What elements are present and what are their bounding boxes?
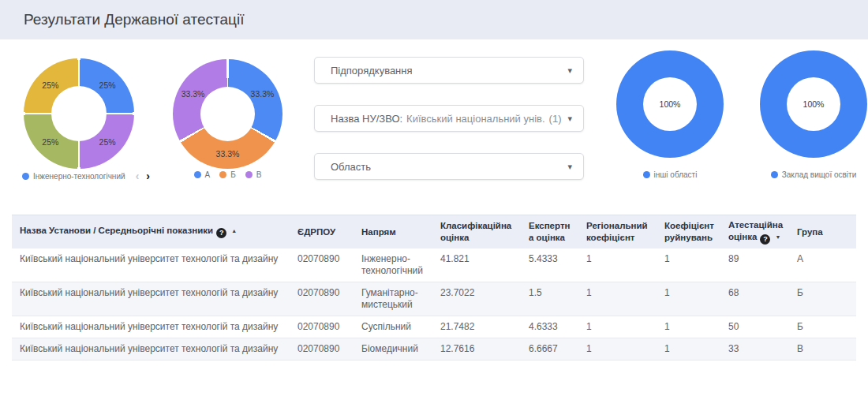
cell-institution: Київський національний університет техно… — [12, 282, 290, 304]
legend-item: В — [245, 170, 262, 179]
legend-row-directions: Інженерно-технологічний ‹ › — [22, 170, 150, 181]
chevron-down-icon: ▾ — [567, 66, 572, 75]
cell-classification-score: 21.7482 — [432, 316, 521, 338]
table-row[interactable]: Київський національний університет техно… — [12, 282, 856, 316]
column-header-attestation-score[interactable]: Атестаційна оцінка?▼ — [720, 215, 789, 248]
help-icon[interactable]: ? — [216, 228, 226, 238]
legend-label: В — [256, 170, 262, 179]
legend-label: інші області — [654, 170, 698, 179]
legend-label: Інженерно-технологічний — [33, 172, 125, 181]
cell-expert-score: 6.6667 — [521, 338, 578, 360]
cell-direction: Суспільний — [354, 316, 432, 338]
chevron-down-icon: ▾ — [567, 114, 572, 123]
legend-row-other-oblasts: інші області — [608, 170, 731, 179]
filter-subordination[interactable]: Підпорядкування ▾ — [314, 57, 584, 84]
cell-group: А — [789, 248, 856, 270]
column-header-edrpou[interactable]: ЄДРПОУ — [290, 222, 354, 242]
slice-label: 100% — [803, 99, 825, 109]
legend-pagination: ‹ › — [136, 170, 150, 181]
column-header-destruction-coefficient[interactable]: Коефіцієнт руйнувань — [657, 216, 720, 247]
legend-directions: Інженерно-технологічний — [22, 172, 125, 181]
legend-prev-icon[interactable]: ‹ — [136, 170, 140, 181]
donut-chart-zvo: 100% — [760, 50, 867, 158]
cell-edrpou: 02070890 — [290, 316, 354, 338]
cell-group: Б — [789, 282, 856, 304]
column-header-regional-coefficient[interactable]: Регіональний коефіцієнт — [578, 216, 657, 247]
filter-selected-value: Київський національний унів... — [406, 113, 544, 125]
cell-group: Б — [789, 316, 856, 338]
donut-chart-other-oblasts: 100% — [616, 50, 724, 158]
column-header-direction[interactable]: Напрям — [354, 222, 432, 242]
filter-label: Назва НУ/ЗВО: — [331, 113, 402, 125]
slice-label: 33.3% — [251, 89, 275, 99]
cell-attestation-score: 89 — [720, 248, 789, 270]
filter-selection-count: (1) — [549, 113, 562, 125]
legend-dot — [219, 171, 226, 178]
cell-attestation-score: 50 — [720, 316, 789, 338]
filter-label: Область — [331, 161, 371, 173]
column-header-institution[interactable]: Назва Установи / Середньорічні показники… — [12, 221, 290, 242]
legend-label: А — [205, 170, 211, 179]
slice-label: 33.3% — [181, 89, 205, 99]
sort-desc-icon: ▼ — [775, 234, 780, 240]
cell-direction: Біомедичний — [354, 338, 432, 360]
column-header-group[interactable]: Група — [789, 222, 856, 242]
legend-item: Заклад вищої освіти — [771, 170, 857, 179]
filter-institution-name[interactable]: Назва НУ/ЗВО: Київський національний уні… — [314, 105, 584, 132]
legend-zvo: Заклад вищої освіти — [771, 170, 857, 179]
column-label: Регіональний коефіцієнт — [586, 221, 648, 242]
cell-direction: Інженерно-технологічний — [354, 248, 432, 282]
cell-classification-score: 41.821 — [432, 248, 521, 270]
donut-chart-groups: 33.3%33.3%33.3% — [173, 59, 282, 169]
filter-oblast[interactable]: Область ▾ — [314, 153, 584, 180]
cell-regional-coefficient: 1 — [578, 316, 657, 338]
slice-label: 25% — [42, 80, 58, 90]
cell-attestation-score: 68 — [720, 282, 789, 304]
legend-dot — [643, 171, 650, 178]
table-row[interactable]: Київський національний університет техно… — [12, 338, 856, 361]
legend-item: інші області — [643, 170, 698, 179]
legend-item: Б — [219, 170, 236, 179]
help-icon[interactable]: ? — [760, 234, 770, 245]
filter-panel: Підпорядкування ▾ Назва НУ/ЗВО: Київськи… — [314, 57, 584, 201]
legend-row-groups: АБВ — [173, 170, 282, 179]
sort-asc-icon: ▲ — [231, 228, 237, 233]
cell-direction: Гуманітарно-мистецький — [354, 282, 432, 316]
cell-expert-score: 5.4333 — [521, 248, 578, 270]
filter-label: Підпорядкування — [331, 65, 413, 77]
slice-label: 25% — [42, 137, 58, 147]
cell-edrpou: 02070890 — [290, 248, 354, 270]
legend-label: Заклад вищої освіти — [782, 170, 857, 179]
cell-regional-coefficient: 1 — [578, 248, 657, 270]
cell-edrpou: 02070890 — [290, 282, 354, 304]
column-label: Група — [797, 227, 823, 237]
page-title: Результати Державної атестації — [24, 0, 244, 39]
slice-label: 33.3% — [216, 149, 240, 159]
cell-edrpou: 02070890 — [290, 338, 354, 360]
legend-groups: АБВ — [194, 170, 262, 179]
legend-other-oblasts: інші області — [643, 170, 698, 179]
results-table: Назва Установи / Середньорічні показники… — [12, 215, 856, 361]
column-header-classification-score[interactable]: Класифікаційна оцінка — [432, 216, 521, 247]
legend-dot — [194, 171, 201, 178]
cell-expert-score: 1.5 — [521, 282, 578, 304]
slice-label: 25% — [99, 137, 116, 147]
cell-attestation-score: 33 — [720, 338, 789, 360]
cell-classification-score: 12.7616 — [432, 338, 521, 360]
legend-dot — [22, 173, 29, 180]
cell-destruction-coefficient: 1 — [657, 248, 720, 270]
column-label: ЄДРПОУ — [297, 227, 335, 237]
cell-destruction-coefficient: 1 — [657, 316, 720, 338]
cell-institution: Київський національний університет техно… — [12, 316, 290, 338]
cell-destruction-coefficient: 1 — [657, 338, 720, 360]
donut-chart-directions: 25%25%25%25% — [24, 58, 134, 169]
table-row[interactable]: Київський національний університет техно… — [12, 316, 856, 338]
cell-regional-coefficient: 1 — [578, 338, 657, 360]
legend-row-zvo: Заклад вищої освіти — [748, 170, 868, 179]
legend-next-icon[interactable]: › — [146, 170, 150, 181]
column-label: Коефіцієнт руйнувань — [664, 221, 714, 242]
table-row[interactable]: Київський національний університет техно… — [12, 248, 856, 282]
legend-label: Б — [230, 170, 236, 179]
column-header-expert-score[interactable]: Експертна оцінка — [521, 216, 578, 247]
legend-item: А — [194, 170, 211, 179]
